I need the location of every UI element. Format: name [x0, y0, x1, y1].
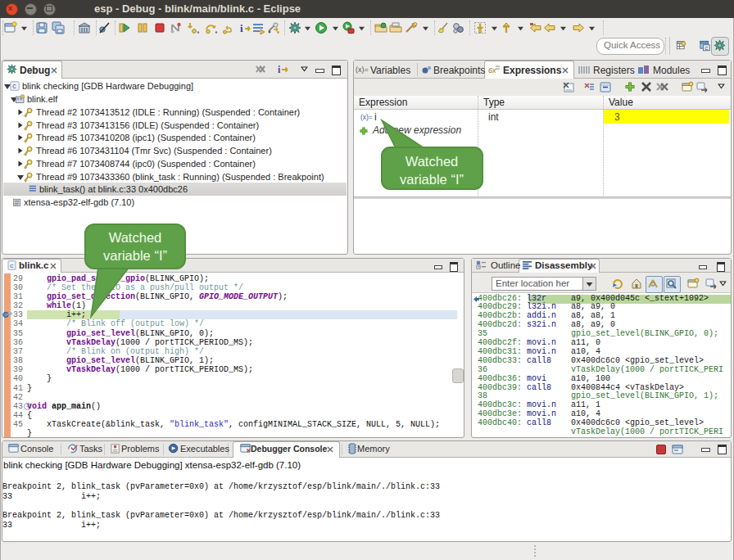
svg-text:variable “I”: variable “I”	[103, 248, 167, 263]
svg-text:Watched: Watched	[406, 154, 459, 169]
svg-text:Watched: Watched	[109, 230, 162, 245]
svg-text:variable “I”: variable “I”	[400, 172, 464, 187]
